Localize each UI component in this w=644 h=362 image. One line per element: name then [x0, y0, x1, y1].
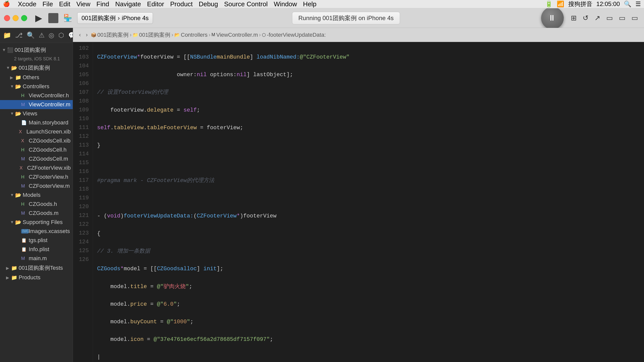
apple-menu[interactable]: 🍎 [3, 1, 10, 7]
stop-button[interactable] [48, 13, 58, 23]
breadcrumb-item-1[interactable]: 001团购案例 [97, 31, 129, 39]
menu-window[interactable]: Window [274, 0, 297, 8]
sidebar: 📁 ⎇ 🔍 ⚠ ◎ ⬡ 💬 ▼ ⬛ 001团购案例 2 targets, iOS… [0, 28, 73, 362]
code-line-110 [97, 194, 640, 203]
sidebar-project-root[interactable]: ▼ ⬛ 001团购案例 [0, 45, 73, 55]
code-line-113: // 3. 增加一条数据 [97, 247, 640, 256]
breadcrumb-icon-3: 📂 [174, 32, 180, 38]
scheme-label: 001团购案例 [82, 14, 116, 22]
sidebar-item-czgoods-h[interactable]: H CZGoods.h [0, 200, 73, 209]
code-line-119: | [97, 353, 640, 361]
breakpoint-btn[interactable]: ⬡ [58, 31, 64, 39]
breadcrumb-item-5[interactable]: -footerViewUpdateData: [267, 32, 326, 38]
sidebar-item-products[interactable]: ▶ 📁 Products [0, 273, 73, 282]
sidebar-item-main-m[interactable]: M main.m [0, 254, 73, 263]
panel-center-icon[interactable]: ▭ [617, 13, 627, 23]
chevron-right-icon: › [118, 15, 120, 22]
editor-area: 📁 ⎇ 🔍 ⚠ ◎ ⬡ 💬 ▼ ⬛ 001团购案例 2 targets, iOS… [0, 28, 644, 362]
nav-forward[interactable]: › [84, 31, 90, 39]
toolbar: ▶ 🏪 001团购案例 › iPhone 4s Running 001团购案例 … [0, 8, 644, 28]
sidebar-item-launchscreen-xib[interactable]: X LaunchScreen.xib [0, 127, 73, 136]
code-line-109: #pragma mark - CZFooterView的代理方法 [97, 176, 640, 185]
scheme-device: iPhone 4s [122, 15, 149, 22]
layout-icon-1[interactable]: ⊞ [569, 13, 579, 23]
sidebar-item-czgoods-m[interactable]: M CZGoods.m [0, 209, 73, 218]
menu-edit[interactable]: Edit [59, 0, 70, 8]
menu-find[interactable]: Find [96, 0, 109, 8]
sidebar-item-tests[interactable]: ▶ 📁 001团购案例Tests [0, 263, 73, 273]
running-text: Running 001团购案例 on iPhone 4s [292, 12, 400, 24]
debug-btn[interactable]: 💬 [68, 31, 73, 39]
breadcrumb-bar: ‹ › 📦 001团购案例 › 📁 001团购案例 › 📂 Controller… [73, 28, 644, 42]
sidebar-item-czfooterview-m[interactable]: M CZFooterView.m [0, 182, 73, 191]
sidebar-item-viewcontroller-m[interactable]: M ViewController.m [0, 100, 73, 109]
menu-source-control[interactable]: Source Control [224, 0, 268, 8]
sidebar-item-supporting-files[interactable]: ▼ 📂 Supporting Files [0, 218, 73, 227]
menu-debug[interactable]: Debug [199, 0, 218, 8]
code-editor[interactable]: ‹ › 📦 001团购案例 › 📁 001团购案例 › 📂 Controller… [73, 28, 644, 362]
panel-left-icon[interactable]: ▭ [604, 13, 615, 23]
close-button[interactable] [4, 15, 10, 21]
code-line-118: model.icon = @"37e4761e6ecf56a2d78685df7… [97, 335, 640, 344]
code-line-116: model.price = @"6.0"; [97, 300, 640, 309]
code-line-108 [97, 159, 640, 167]
sidebar-item-czfooterview-xib[interactable]: X CZFooterView.xib [0, 163, 73, 172]
input-method[interactable]: 搜狗拼音 [568, 0, 592, 8]
sidebar-item-views[interactable]: ▼ 📂 Views [0, 109, 73, 118]
code-line-102: CZFooterView *footerView = [[NSBundle ma… [97, 53, 640, 62]
sidebar-item-tgs-plist[interactable]: 📋 tgs.plist [0, 236, 73, 245]
line-numbers: 102 103 104 105 106 107 108 109 110 111 … [73, 42, 93, 362]
search-icon[interactable]: 🔍 [624, 1, 631, 8]
warning-btn[interactable]: ⚠ [39, 31, 45, 39]
menu-navigate[interactable]: Navigate [115, 0, 141, 8]
menu-editor[interactable]: Editor [147, 0, 164, 8]
layout-icon-3[interactable]: ↗ [592, 13, 602, 23]
code-line-105: footerView.delegate = self; [97, 106, 640, 115]
sidebar-item-main-storyboard[interactable]: 📄 Main.storyboard [0, 118, 73, 127]
menu-help[interactable]: Help [303, 0, 316, 8]
scheme-selector[interactable]: 001团购案例 › iPhone 4s [77, 12, 153, 24]
layout-icon-2[interactable]: ↺ [581, 13, 590, 23]
code-line-107: } [97, 141, 640, 150]
play-button[interactable]: ▶ [32, 12, 45, 25]
sidebar-item-others[interactable]: ▶ 📁 Others [0, 73, 73, 82]
sidebar-item-info-plist[interactable]: 📋 Info.plist [0, 245, 73, 254]
breadcrumb-item-3[interactable]: Controllers [181, 32, 208, 38]
sidebar-tree: ▼ ⬛ 001团购案例 2 targets, iOS SDK 8.1 ▼ 📂 0… [0, 43, 73, 284]
notification-icon[interactable]: ☰ [635, 1, 641, 8]
scheme-icon: 🏪 [61, 13, 74, 23]
breadcrumb-sep-2: › [171, 32, 173, 38]
target-btn[interactable]: ◎ [49, 31, 54, 39]
maximize-button[interactable] [21, 15, 27, 21]
menu-xcode[interactable]: Xcode [18, 0, 36, 8]
wifi-icon: 📶 [557, 1, 564, 8]
folder-icon-btn[interactable]: 📁 [3, 31, 11, 39]
sidebar-item-viewcontroller-h[interactable]: H ViewController.h [0, 91, 73, 100]
menu-view[interactable]: View [76, 0, 90, 8]
running-indicator: Running 001团购案例 on iPhone 4s [156, 12, 536, 24]
sidebar-item-czgoodscell-h[interactable]: H CZGoodsCell.h [0, 145, 73, 154]
breadcrumb-item-4[interactable]: ViewController.m [216, 32, 258, 38]
code-content[interactable]: CZFooterView *footerView = [[NSBundle ma… [93, 42, 644, 362]
panel-right-icon[interactable]: ▭ [629, 13, 640, 23]
code-line-104: // 设置footerView的代理 [97, 88, 640, 97]
sidebar-item-czfooterview-h[interactable]: H CZFooterView.h [0, 172, 73, 182]
sidebar-item-images-xcassets[interactable]: IMG Images.xcassets [0, 227, 73, 236]
pause-button[interactable]: ⏸ [541, 7, 564, 29]
sidebar-project-subtitle: 2 targets, iOS SDK 8.1 [0, 55, 73, 63]
breadcrumb-item-2[interactable]: 001团购案例 [139, 31, 171, 39]
menu-product[interactable]: Product [170, 0, 193, 8]
search-sidebar-btn[interactable]: 🔍 [27, 31, 35, 39]
git-icon-btn[interactable]: ⎇ [15, 31, 23, 39]
nav-back[interactable]: ‹ [77, 31, 83, 39]
sidebar-item-models[interactable]: ▼ 📂 Models [0, 191, 73, 200]
minimize-button[interactable] [13, 15, 19, 21]
code-area[interactable]: 102 103 104 105 106 107 108 109 110 111 … [73, 42, 644, 362]
sidebar-item-controllers[interactable]: ▼ 📂 Controllers [0, 82, 73, 91]
sidebar-item-czgoodscell-xib[interactable]: X CZGoodsCell.xib [0, 136, 73, 145]
sidebar-item-main-group[interactable]: ▼ 📂 001团购案例 [0, 63, 73, 73]
clock: 12:05:00 [596, 1, 620, 8]
menu-file[interactable]: File [43, 0, 53, 8]
toolbar-right-icons: ⊞ ↺ ↗ ▭ ▭ ▭ [569, 13, 640, 23]
sidebar-item-czgoodscell-m[interactable]: M CZGoodsCell.m [0, 154, 73, 163]
